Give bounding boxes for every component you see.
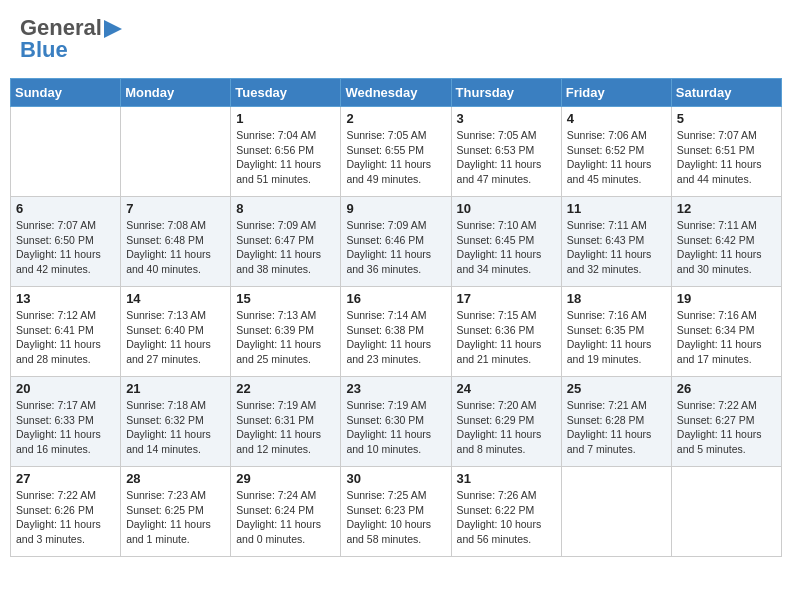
day-info: Sunrise: 7:11 AMSunset: 6:43 PMDaylight:… <box>567 218 666 277</box>
day-info: Sunrise: 7:24 AMSunset: 6:24 PMDaylight:… <box>236 488 335 547</box>
calendar-cell: 4Sunrise: 7:06 AMSunset: 6:52 PMDaylight… <box>561 107 671 197</box>
day-info: Sunrise: 7:13 AMSunset: 6:39 PMDaylight:… <box>236 308 335 367</box>
day-number: 9 <box>346 201 445 216</box>
calendar-cell: 17Sunrise: 7:15 AMSunset: 6:36 PMDayligh… <box>451 287 561 377</box>
day-number: 7 <box>126 201 225 216</box>
day-info: Sunrise: 7:14 AMSunset: 6:38 PMDaylight:… <box>346 308 445 367</box>
day-number: 10 <box>457 201 556 216</box>
day-number: 11 <box>567 201 666 216</box>
day-number: 12 <box>677 201 776 216</box>
calendar-cell: 21Sunrise: 7:18 AMSunset: 6:32 PMDayligh… <box>121 377 231 467</box>
day-number: 13 <box>16 291 115 306</box>
day-number: 18 <box>567 291 666 306</box>
day-number: 15 <box>236 291 335 306</box>
calendar-cell <box>11 107 121 197</box>
calendar-cell <box>561 467 671 557</box>
calendar-cell: 3Sunrise: 7:05 AMSunset: 6:53 PMDaylight… <box>451 107 561 197</box>
day-info: Sunrise: 7:08 AMSunset: 6:48 PMDaylight:… <box>126 218 225 277</box>
day-info: Sunrise: 7:22 AMSunset: 6:26 PMDaylight:… <box>16 488 115 547</box>
day-number: 21 <box>126 381 225 396</box>
calendar-cell: 30Sunrise: 7:25 AMSunset: 6:23 PMDayligh… <box>341 467 451 557</box>
day-info: Sunrise: 7:12 AMSunset: 6:41 PMDaylight:… <box>16 308 115 367</box>
calendar-cell: 14Sunrise: 7:13 AMSunset: 6:40 PMDayligh… <box>121 287 231 377</box>
calendar-week-row: 20Sunrise: 7:17 AMSunset: 6:33 PMDayligh… <box>11 377 782 467</box>
day-info: Sunrise: 7:21 AMSunset: 6:28 PMDaylight:… <box>567 398 666 457</box>
day-info: Sunrise: 7:16 AMSunset: 6:35 PMDaylight:… <box>567 308 666 367</box>
calendar-cell: 20Sunrise: 7:17 AMSunset: 6:33 PMDayligh… <box>11 377 121 467</box>
day-number: 5 <box>677 111 776 126</box>
calendar-cell: 25Sunrise: 7:21 AMSunset: 6:28 PMDayligh… <box>561 377 671 467</box>
day-number: 22 <box>236 381 335 396</box>
calendar-cell: 29Sunrise: 7:24 AMSunset: 6:24 PMDayligh… <box>231 467 341 557</box>
calendar-cell: 31Sunrise: 7:26 AMSunset: 6:22 PMDayligh… <box>451 467 561 557</box>
calendar-cell: 22Sunrise: 7:19 AMSunset: 6:31 PMDayligh… <box>231 377 341 467</box>
calendar-cell: 6Sunrise: 7:07 AMSunset: 6:50 PMDaylight… <box>11 197 121 287</box>
day-info: Sunrise: 7:23 AMSunset: 6:25 PMDaylight:… <box>126 488 225 547</box>
calendar-cell: 9Sunrise: 7:09 AMSunset: 6:46 PMDaylight… <box>341 197 451 287</box>
calendar-cell: 8Sunrise: 7:09 AMSunset: 6:47 PMDaylight… <box>231 197 341 287</box>
calendar-cell: 18Sunrise: 7:16 AMSunset: 6:35 PMDayligh… <box>561 287 671 377</box>
calendar-cell: 28Sunrise: 7:23 AMSunset: 6:25 PMDayligh… <box>121 467 231 557</box>
day-info: Sunrise: 7:18 AMSunset: 6:32 PMDaylight:… <box>126 398 225 457</box>
day-number: 20 <box>16 381 115 396</box>
day-of-week-header: Saturday <box>671 79 781 107</box>
day-info: Sunrise: 7:07 AMSunset: 6:50 PMDaylight:… <box>16 218 115 277</box>
day-of-week-header: Tuesday <box>231 79 341 107</box>
calendar-cell: 11Sunrise: 7:11 AMSunset: 6:43 PMDayligh… <box>561 197 671 287</box>
calendar-cell: 24Sunrise: 7:20 AMSunset: 6:29 PMDayligh… <box>451 377 561 467</box>
day-number: 2 <box>346 111 445 126</box>
day-info: Sunrise: 7:15 AMSunset: 6:36 PMDaylight:… <box>457 308 556 367</box>
day-of-week-header: Sunday <box>11 79 121 107</box>
day-info: Sunrise: 7:13 AMSunset: 6:40 PMDaylight:… <box>126 308 225 367</box>
svg-marker-0 <box>104 20 122 38</box>
calendar-week-row: 13Sunrise: 7:12 AMSunset: 6:41 PMDayligh… <box>11 287 782 377</box>
day-number: 3 <box>457 111 556 126</box>
logo-arrow-icon <box>104 20 122 38</box>
calendar-cell: 23Sunrise: 7:19 AMSunset: 6:30 PMDayligh… <box>341 377 451 467</box>
day-number: 16 <box>346 291 445 306</box>
calendar-cell <box>121 107 231 197</box>
day-of-week-header: Wednesday <box>341 79 451 107</box>
day-info: Sunrise: 7:09 AMSunset: 6:46 PMDaylight:… <box>346 218 445 277</box>
day-number: 6 <box>16 201 115 216</box>
day-info: Sunrise: 7:10 AMSunset: 6:45 PMDaylight:… <box>457 218 556 277</box>
calendar-cell <box>671 467 781 557</box>
calendar-cell: 12Sunrise: 7:11 AMSunset: 6:42 PMDayligh… <box>671 197 781 287</box>
day-info: Sunrise: 7:19 AMSunset: 6:31 PMDaylight:… <box>236 398 335 457</box>
day-number: 28 <box>126 471 225 486</box>
day-number: 4 <box>567 111 666 126</box>
calendar-cell: 26Sunrise: 7:22 AMSunset: 6:27 PMDayligh… <box>671 377 781 467</box>
calendar-cell: 13Sunrise: 7:12 AMSunset: 6:41 PMDayligh… <box>11 287 121 377</box>
day-of-week-header: Friday <box>561 79 671 107</box>
calendar-week-row: 1Sunrise: 7:04 AMSunset: 6:56 PMDaylight… <box>11 107 782 197</box>
day-number: 26 <box>677 381 776 396</box>
day-info: Sunrise: 7:09 AMSunset: 6:47 PMDaylight:… <box>236 218 335 277</box>
day-info: Sunrise: 7:16 AMSunset: 6:34 PMDaylight:… <box>677 308 776 367</box>
day-of-week-header: Monday <box>121 79 231 107</box>
day-number: 1 <box>236 111 335 126</box>
calendar-header-row: SundayMondayTuesdayWednesdayThursdayFrid… <box>11 79 782 107</box>
day-info: Sunrise: 7:07 AMSunset: 6:51 PMDaylight:… <box>677 128 776 187</box>
calendar-table: SundayMondayTuesdayWednesdayThursdayFrid… <box>10 78 782 557</box>
calendar-cell: 27Sunrise: 7:22 AMSunset: 6:26 PMDayligh… <box>11 467 121 557</box>
day-number: 31 <box>457 471 556 486</box>
day-number: 8 <box>236 201 335 216</box>
day-of-week-header: Thursday <box>451 79 561 107</box>
calendar-cell: 19Sunrise: 7:16 AMSunset: 6:34 PMDayligh… <box>671 287 781 377</box>
calendar-cell: 16Sunrise: 7:14 AMSunset: 6:38 PMDayligh… <box>341 287 451 377</box>
calendar-week-row: 6Sunrise: 7:07 AMSunset: 6:50 PMDaylight… <box>11 197 782 287</box>
calendar-week-row: 27Sunrise: 7:22 AMSunset: 6:26 PMDayligh… <box>11 467 782 557</box>
day-info: Sunrise: 7:17 AMSunset: 6:33 PMDaylight:… <box>16 398 115 457</box>
day-number: 17 <box>457 291 556 306</box>
calendar-cell: 2Sunrise: 7:05 AMSunset: 6:55 PMDaylight… <box>341 107 451 197</box>
day-info: Sunrise: 7:11 AMSunset: 6:42 PMDaylight:… <box>677 218 776 277</box>
calendar-cell: 10Sunrise: 7:10 AMSunset: 6:45 PMDayligh… <box>451 197 561 287</box>
day-number: 25 <box>567 381 666 396</box>
day-info: Sunrise: 7:26 AMSunset: 6:22 PMDaylight:… <box>457 488 556 547</box>
day-number: 27 <box>16 471 115 486</box>
day-info: Sunrise: 7:05 AMSunset: 6:55 PMDaylight:… <box>346 128 445 187</box>
day-number: 19 <box>677 291 776 306</box>
day-number: 24 <box>457 381 556 396</box>
day-info: Sunrise: 7:25 AMSunset: 6:23 PMDaylight:… <box>346 488 445 547</box>
logo: General Blue <box>20 15 122 63</box>
